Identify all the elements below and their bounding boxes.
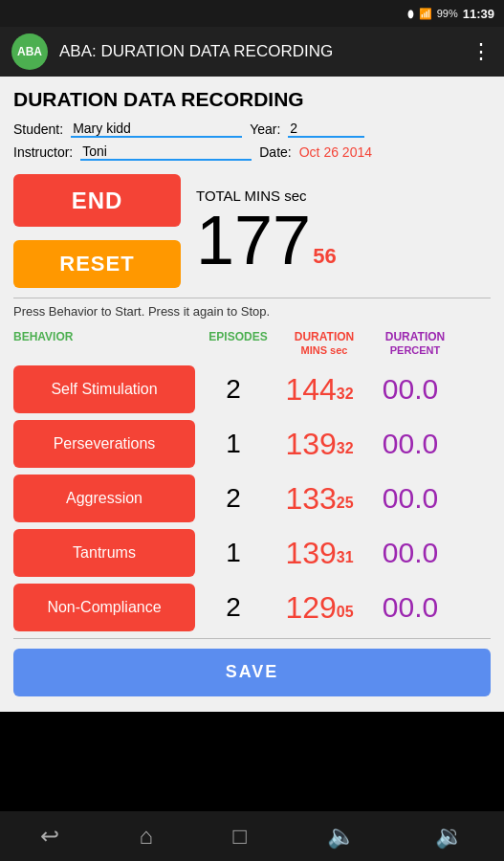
instructor-label: Instructor:	[13, 144, 73, 160]
behavior-btn-self-stimulation[interactable]: Self Stimulation	[13, 365, 195, 413]
episodes-value: 1	[195, 538, 272, 568]
divider-2	[13, 638, 491, 639]
table-header: BEHAVIOR EPISODES DURATIONMINS sec DURAT…	[13, 326, 491, 362]
behavior-list: Self Stimulation 2 144 32 00.0 Persevera…	[13, 365, 491, 631]
episodes-value: 2	[195, 483, 272, 514]
duration-pct-value: 00.0	[367, 591, 453, 624]
behavior-btn-non-compliance[interactable]: Non-Compliance	[13, 584, 195, 631]
behavior-col-header: BEHAVIOR	[13, 330, 200, 343]
table-row: Perseverations 1 139 32 00.0	[13, 420, 491, 468]
dur-small: 31	[337, 549, 354, 568]
back-icon[interactable]: ↩	[40, 823, 59, 850]
volume-up-icon[interactable]: 🔉	[435, 823, 464, 850]
title-bar: ABA ABA: DURATION DATA RECORDING ⋮	[0, 27, 504, 77]
dur-big: 139	[285, 538, 336, 568]
dur-small: 32	[337, 386, 354, 405]
dur-small: 25	[337, 495, 354, 514]
bluetooth-icon: ⬮	[407, 8, 414, 20]
duration-pct-value: 00.0	[367, 428, 453, 460]
year-input[interactable]	[288, 121, 364, 138]
duration-value: 129 05	[272, 592, 367, 623]
episodes-value: 1	[195, 429, 272, 459]
total-number: 177 56	[196, 206, 337, 275]
date-value: Oct 26 2014	[299, 144, 372, 160]
dur-big: 129	[285, 592, 336, 623]
menu-button[interactable]: ⋮	[471, 39, 493, 64]
student-row: Student: Year:	[13, 121, 491, 138]
duration-value: 144 32	[272, 374, 367, 405]
date-label: Date:	[259, 144, 291, 160]
dur-small: 32	[337, 440, 354, 459]
episodes-col-header: EPISODES	[200, 330, 276, 343]
save-container: SAVE	[13, 649, 491, 704]
duration-pct-value: 00.0	[367, 537, 453, 569]
duration-value: 133 25	[272, 483, 367, 514]
volume-mute-icon[interactable]: 🔈	[327, 823, 356, 850]
reset-button[interactable]: RESET	[13, 240, 181, 288]
status-time: 11:39	[463, 7, 494, 21]
battery-indicator: 99%	[437, 8, 458, 19]
dur-small: 05	[337, 604, 354, 623]
app-logo: ABA	[11, 33, 48, 70]
recents-icon[interactable]: □	[232, 823, 247, 850]
student-label: Student:	[13, 121, 63, 137]
app-title: ABA: DURATION DATA RECORDING	[59, 42, 459, 61]
main-content: DURATION DATA RECORDING Student: Year: I…	[0, 77, 504, 712]
dur-big: 139	[285, 429, 336, 459]
behavior-btn-tantrums[interactable]: Tantrums	[13, 529, 195, 577]
table-row: Non-Compliance 2 129 05 00.0	[13, 584, 491, 631]
action-row: END RESET TOTAL MINS sec 177 56	[13, 174, 491, 288]
behavior-btn-perseverations[interactable]: Perseverations	[13, 420, 195, 468]
end-button[interactable]: END	[13, 174, 181, 227]
control-buttons: END RESET	[13, 174, 181, 288]
table-row: Aggression 2 133 25 00.0	[13, 475, 491, 522]
episodes-value: 2	[195, 374, 272, 405]
behavior-btn-aggression[interactable]: Aggression	[13, 475, 195, 522]
wifi-icon: 📶	[419, 8, 432, 20]
duration-col-header: DURATIONMINS sec	[276, 330, 372, 358]
dur-big: 133	[285, 483, 336, 514]
year-label: Year:	[250, 121, 280, 137]
duration-value: 139 31	[272, 538, 367, 568]
divider-1	[13, 298, 491, 298]
instructor-input[interactable]	[80, 144, 252, 161]
duration-value: 139 32	[272, 429, 367, 459]
duration-pct-value: 00.0	[367, 482, 453, 515]
total-big-number: 177	[196, 206, 311, 275]
home-icon[interactable]: ⌂	[139, 823, 153, 850]
total-small-number: 56	[313, 246, 336, 275]
instructor-row: Instructor: Date: Oct 26 2014	[13, 144, 491, 161]
status-bar: ⬮ 📶 99% 11:39	[0, 0, 504, 27]
instructions-text: Press Behavior to Start. Press it again …	[13, 304, 491, 319]
status-icons: ⬮ 📶 99% 11:39	[407, 7, 494, 21]
total-display: TOTAL MINS sec 177 56	[196, 188, 337, 275]
episodes-value: 2	[195, 592, 272, 623]
dur-big: 144	[285, 374, 336, 405]
page-title: DURATION DATA RECORDING	[13, 88, 491, 111]
table-row: Tantrums 1 139 31 00.0	[13, 529, 491, 577]
nav-bar: ↩ ⌂ □ 🔈 🔉	[0, 811, 504, 861]
save-button[interactable]: SAVE	[13, 649, 491, 696]
duration-pct-value: 00.0	[367, 373, 453, 406]
table-row: Self Stimulation 2 144 32 00.0	[13, 365, 491, 413]
student-input[interactable]	[71, 121, 242, 138]
duration-pct-col-header: DURATIONPERCENT	[372, 330, 458, 358]
